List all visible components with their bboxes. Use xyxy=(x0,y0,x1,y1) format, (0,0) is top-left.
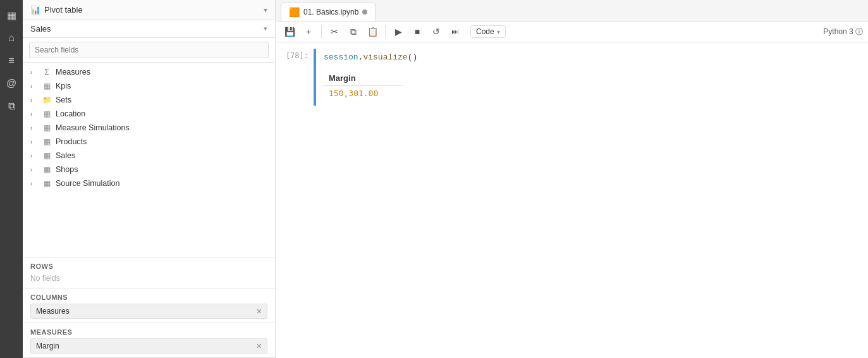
field-label-measures: Measures xyxy=(56,68,90,77)
columns-section-title: Columns xyxy=(30,293,267,301)
notebook-toolbar: 💾 + ✂ ⧉ 📋 ▶ ■ ↺ ⏭ Code ▾ Python 3 ⓘ xyxy=(276,22,868,42)
expand-arrow-location: › xyxy=(30,111,38,118)
field-label-kpis: Kpis xyxy=(56,82,71,90)
field-label-source-simulation: Source Simulation xyxy=(56,179,119,188)
toolbar-divider-2 xyxy=(385,25,386,38)
tab-label: 01. Basics.ipynb xyxy=(303,8,358,16)
expand-arrow-source-simulation: › xyxy=(30,180,38,187)
shops-grid-icon: ▦ xyxy=(42,165,52,174)
expand-arrow-sets: › xyxy=(30,97,38,104)
measures-margin-pill: Margin × xyxy=(30,338,267,354)
code-line-1: session.visualize() xyxy=(324,51,860,63)
notebook-tabs: 🟧 01. Basics.ipynb xyxy=(276,0,868,22)
expand-arrow-products: › xyxy=(30,139,38,145)
save-button[interactable]: 💾 xyxy=(281,24,298,39)
copy-button[interactable]: ⧉ xyxy=(345,24,362,39)
products-grid-icon: ▦ xyxy=(42,137,52,146)
paste-button[interactable]: 📋 xyxy=(364,24,381,39)
pivot-sections: Rows No fields Columns Measures × Measur… xyxy=(23,257,275,358)
notebook-tab-basics[interactable]: 🟧 01. Basics.ipynb xyxy=(281,3,376,21)
code-type-label: Code xyxy=(476,27,494,36)
code-parens: () xyxy=(408,52,418,62)
sales-chevron-icon: ▾ xyxy=(264,25,267,33)
code-type-chevron-icon: ▾ xyxy=(497,28,500,35)
tab-modified-dot xyxy=(362,9,367,15)
python-kernel-label: Python 3 ⓘ xyxy=(823,27,863,37)
field-label-measure-simulations: Measure Simulations xyxy=(56,123,130,132)
expand-arrow-measure-simulations: › xyxy=(30,125,38,132)
home-sidebar-icon[interactable]: ⌂ xyxy=(1,28,21,48)
cell-code-content: session.visualize() Margin 150,301.00 xyxy=(316,49,868,106)
measures-margin-label: Margin xyxy=(36,342,59,350)
notebook-content: [78]: session.visualize() Margin xyxy=(276,42,868,358)
sales-dropdown-label: Sales xyxy=(30,24,51,34)
pivot-header: 📊 Pivot table ▾ xyxy=(23,0,275,20)
at-sidebar-icon[interactable]: @ xyxy=(1,73,21,94)
field-item-measures[interactable]: › Σ Measures xyxy=(23,65,275,79)
code-type-select[interactable]: Code ▾ xyxy=(470,25,506,38)
stop-button[interactable]: ■ xyxy=(408,24,426,39)
code-session: session xyxy=(324,52,358,62)
toolbar-divider-1 xyxy=(321,25,322,38)
list-sidebar-icon[interactable]: ≡ xyxy=(1,51,21,71)
output-table: Margin 150,301.00 xyxy=(324,71,403,101)
field-label-location: Location xyxy=(56,109,85,118)
output-header-margin: Margin xyxy=(324,71,403,86)
sales-dropdown[interactable]: Sales ▾ xyxy=(23,20,275,38)
measures-section: Measures Margin × xyxy=(23,323,275,358)
pivot-table-icon: 📊 xyxy=(30,5,40,15)
columns-measures-remove-button[interactable]: × xyxy=(257,307,262,316)
measures-sigma-icon: Σ xyxy=(42,68,52,77)
cell-prompt: [78]: xyxy=(276,49,314,63)
field-label-sales: Sales xyxy=(56,151,75,160)
expand-arrow-sales: › xyxy=(30,152,38,159)
field-label-products: Products xyxy=(56,137,87,146)
columns-measures-pill: Measures × xyxy=(30,304,267,319)
field-item-products[interactable]: › ▦ Products xyxy=(23,135,275,149)
fast-forward-button[interactable]: ⏭ xyxy=(446,24,464,39)
expand-arrow-measures: › xyxy=(30,69,38,76)
rows-empty-label: No fields xyxy=(30,273,267,284)
expand-arrow-shops: › xyxy=(30,166,38,173)
pivot-title: 📊 Pivot table xyxy=(30,5,83,15)
field-item-shops[interactable]: › ▦ Shops xyxy=(23,163,275,176)
cell-output: Margin 150,301.00 xyxy=(324,68,860,103)
measures-section-title: Measures xyxy=(30,328,267,336)
field-list: › Σ Measures › ▦ Kpis › 📁 Sets › ▦ Locat… xyxy=(23,63,275,257)
field-item-measure-simulations[interactable]: › ▦ Measure Simulations xyxy=(23,121,275,135)
add-cell-button[interactable]: + xyxy=(300,24,317,39)
pivot-title-label: Pivot table xyxy=(44,5,83,15)
field-item-sales[interactable]: › ▦ Sales xyxy=(23,149,275,163)
measures-margin-remove-button[interactable]: × xyxy=(257,342,262,350)
table-sidebar-icon[interactable]: ▦ xyxy=(1,5,21,25)
search-box xyxy=(23,38,275,63)
sales-grid-icon: ▦ xyxy=(42,151,52,160)
cut-button[interactable]: ✂ xyxy=(326,24,343,39)
cell-78: [78]: session.visualize() Margin xyxy=(276,47,868,107)
restart-button[interactable]: ↺ xyxy=(427,24,445,39)
kpis-grid-icon: ▦ xyxy=(42,82,52,90)
field-label-shops: Shops xyxy=(56,165,78,174)
pivot-chevron-icon[interactable]: ▾ xyxy=(264,6,267,15)
pivot-panel: 📊 Pivot table ▾ Sales ▾ › Σ Measures › ▦… xyxy=(23,0,276,358)
rows-section-title: Rows xyxy=(30,262,267,270)
run-button[interactable]: ▶ xyxy=(389,24,407,39)
sets-folder-icon: 📁 xyxy=(42,96,52,104)
field-item-sets[interactable]: › 📁 Sets xyxy=(23,93,275,107)
tab-file-icon: 🟧 xyxy=(289,7,300,17)
table-row: 150,301.00 xyxy=(324,86,403,101)
code-visualize: visualize xyxy=(363,52,407,62)
field-item-source-simulation[interactable]: › ▦ Source Simulation xyxy=(23,176,275,190)
output-cell-margin-value: 150,301.00 xyxy=(324,86,403,101)
icon-sidebar: ▦ ⌂ ≡ @ ⧉ xyxy=(0,0,23,358)
puzzle-sidebar-icon[interactable]: ⧉ xyxy=(1,96,21,116)
field-item-location[interactable]: › ▦ Location xyxy=(23,107,275,121)
columns-measures-label: Measures xyxy=(36,307,70,316)
field-label-sets: Sets xyxy=(56,96,71,104)
search-input[interactable] xyxy=(29,42,269,58)
field-item-kpis[interactable]: › ▦ Kpis xyxy=(23,79,275,93)
rows-section: Rows No fields xyxy=(23,257,275,288)
columns-section: Columns Measures × xyxy=(23,288,275,323)
source-simulation-grid-icon: ▦ xyxy=(42,179,52,188)
measure-simulations-grid-icon: ▦ xyxy=(42,123,52,132)
